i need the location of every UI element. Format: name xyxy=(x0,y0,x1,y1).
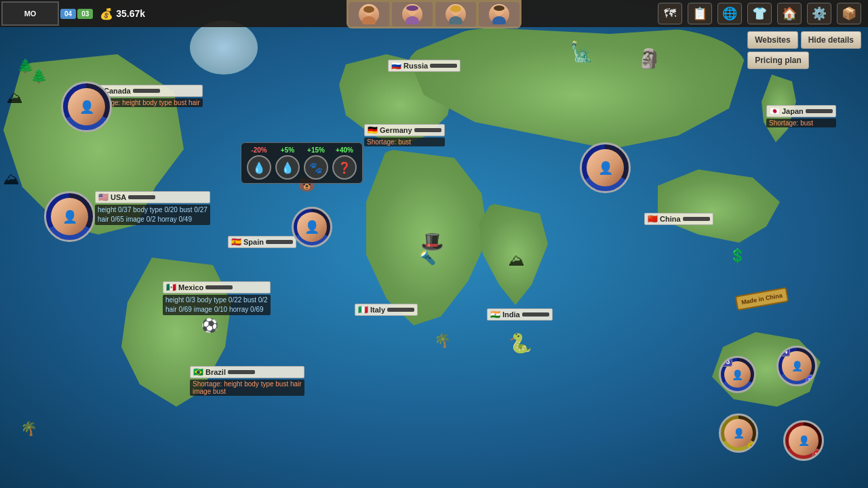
svg-point-4 xyxy=(406,16,419,24)
bonus-circle-3: 🐾 xyxy=(304,155,328,180)
ui-buttons-row1: Websites Hide details xyxy=(747,31,861,49)
portrait-2[interactable] xyxy=(392,2,433,26)
bonus-pct-4: +40% xyxy=(336,146,353,154)
brazil-progress xyxy=(228,370,255,374)
ui-buttons: Websites Hide details Pricing plan xyxy=(747,31,861,69)
token-blue-3[interactable]: 👤 ×3 xyxy=(719,356,756,393)
mountain-deco-himalaya: ⛰ xyxy=(509,251,525,270)
spain-name-text: Spain xyxy=(243,238,264,246)
ui-buttons-row2: Pricing plan xyxy=(747,52,861,69)
bonus-circle-1: 💧 xyxy=(247,155,271,180)
china-name-text: China xyxy=(660,215,681,223)
hide-details-button[interactable]: Hide details xyxy=(801,31,861,49)
canada-progress xyxy=(133,89,160,93)
usa-flag: 🇺🇸 xyxy=(98,192,108,202)
month-badge: 04 xyxy=(60,9,76,19)
bonus-pct-1: -20% xyxy=(251,146,267,154)
svg-point-5 xyxy=(406,5,418,11)
settings-icon-btn[interactable]: ⚙️ xyxy=(807,3,831,24)
portrait-1[interactable] xyxy=(349,2,389,26)
token-red-10[interactable]: 👤 10 xyxy=(783,420,824,461)
italy-name-text: Italy xyxy=(370,306,385,314)
portrait-4[interactable] xyxy=(479,2,519,26)
svg-point-8 xyxy=(450,5,461,12)
greenland-land xyxy=(190,20,258,75)
russia-progress xyxy=(430,64,457,68)
usa-token[interactable]: 👤 xyxy=(44,191,95,242)
india-progress xyxy=(522,312,549,317)
statue2-landmark: 🗽 xyxy=(570,41,593,63)
asia-token[interactable]: 👤 xyxy=(580,142,631,193)
day-text: 03 xyxy=(81,10,89,18)
europe-token[interactable]: 👤 xyxy=(292,207,332,247)
spain-progress xyxy=(266,240,293,244)
germany-name-box[interactable]: 🇩🇪 Germany xyxy=(364,124,445,136)
italy-name-box[interactable]: 🇮🇹 Italy xyxy=(355,304,418,316)
bonus-item-1: -20% 💧 xyxy=(247,146,271,180)
token-blue-4[interactable]: 👤 ×4 12 xyxy=(776,346,817,386)
usa-name-box[interactable]: 🇺🇸 USA xyxy=(95,191,210,203)
india-name-box[interactable]: 🇮🇳 India xyxy=(487,308,553,321)
map-icon-btn[interactable]: 🗺 xyxy=(658,3,682,24)
shirt-icon-btn[interactable]: 👕 xyxy=(747,3,772,24)
germany-name-text: Germany xyxy=(380,126,412,134)
mexico-stats: height 0/3 body type 0/22 bust 0/2 hair … xyxy=(163,295,271,315)
list-icon-btn[interactable]: 📋 xyxy=(688,3,712,24)
russia-name-text: Russia xyxy=(403,62,428,70)
statue-landmark: 🗿 xyxy=(637,47,661,70)
canada-token[interactable]: 👤 xyxy=(61,81,112,132)
japan-progress xyxy=(806,109,833,113)
japan-name-text: Japan xyxy=(782,107,804,115)
germany-label: 🇩🇪 Germany Shortage: bust xyxy=(364,124,445,146)
portrait-3[interactable] xyxy=(435,2,476,26)
game-logo: MO xyxy=(1,1,59,26)
mexico-name-text: Mexico xyxy=(178,283,203,291)
japan-shortage: Shortage: bust xyxy=(766,119,836,127)
italy-label: 🇮🇹 Italy xyxy=(355,304,418,316)
japan-flag: 🇯🇵 xyxy=(770,106,780,116)
websites-button[interactable]: Websites xyxy=(747,31,797,49)
brazil-flag: 🇧🇷 xyxy=(193,367,203,377)
house-icon-btn[interactable]: 🏠 xyxy=(777,3,802,24)
italy-flag: 🇮🇹 xyxy=(358,305,368,314)
usa-name-text: USA xyxy=(111,193,126,201)
china-label: 🇨🇳 China xyxy=(644,213,713,225)
svg-point-2 xyxy=(363,6,374,13)
bonus-item-3: +15% 🐾 xyxy=(304,146,328,180)
brazil-name-text: Brazil xyxy=(205,368,226,376)
package-icon-btn[interactable]: 📦 xyxy=(837,3,861,24)
mountain-deco-sw: ⛰ xyxy=(3,169,20,188)
globe-icon-btn[interactable]: 🌐 xyxy=(717,3,742,24)
top-right-icons: 🗺 📋 🌐 👕 🏠 ⚙️ 📦 xyxy=(658,0,861,27)
china-flag: 🇨🇳 xyxy=(648,214,658,224)
token-gold-8[interactable]: 👤 8 xyxy=(719,413,758,453)
mexico-name-box[interactable]: 🇲🇽 Mexico xyxy=(163,281,271,293)
china-name-box[interactable]: 🇨🇳 China xyxy=(644,213,713,225)
asia-token-inner: 👤 xyxy=(587,149,624,186)
month-text: 04 xyxy=(64,10,72,18)
bonus-circle-4: ❓ xyxy=(332,155,357,180)
china-progress xyxy=(683,217,710,221)
usa-progress xyxy=(128,195,155,199)
usa-stats: height 0/37 body type 0/20 bust 0/27 hai… xyxy=(95,205,210,225)
spain-name-box[interactable]: 🇪🇸 Spain xyxy=(228,236,296,248)
money-value: 35.67k xyxy=(116,8,145,19)
dollar-deco: 💲 xyxy=(729,247,746,264)
bonus-item-4: +40% ❓ xyxy=(332,146,357,180)
pricing-plan-button[interactable]: Pricing plan xyxy=(747,52,809,69)
russia-name-box[interactable]: 🇷🇺 Russia xyxy=(388,60,460,72)
bonus-pct-2: +5% xyxy=(281,146,294,154)
canada-token-inner: 👤 xyxy=(68,88,105,125)
tophat-landmark: 🎩 xyxy=(420,230,444,253)
brazil-name-box[interactable]: 🇧🇷 Brazil xyxy=(190,366,304,378)
forest-deco-nw2: 🌲 xyxy=(31,68,47,84)
bonus-popup: -20% 💧 +5% 💧 +15% 🐾 +40% ❓ xyxy=(241,142,363,184)
japan-name-box[interactable]: 🇯🇵 Japan xyxy=(766,105,836,117)
mexico-progress xyxy=(205,285,233,289)
money-display: 💰 35.67k xyxy=(100,7,145,20)
soccer-deco: ⚽ xyxy=(201,317,218,333)
token-gold-8-num: 8 xyxy=(747,441,757,452)
india-label: 🇮🇳 India xyxy=(487,308,553,321)
portraits-area xyxy=(347,0,521,28)
japan-label: 🇯🇵 Japan Shortage: bust xyxy=(766,105,836,127)
